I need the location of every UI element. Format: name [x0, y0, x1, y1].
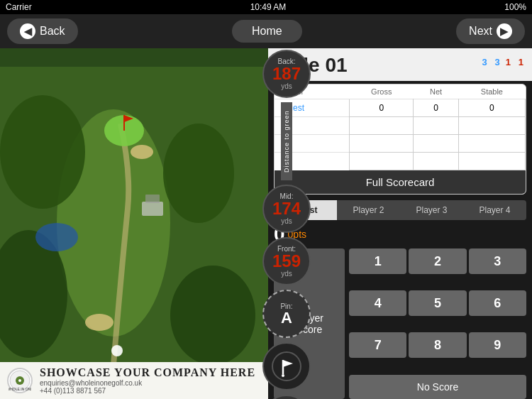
col-gross: Gross	[350, 84, 414, 99]
distance-controls: Back: 187 yds Distance to green Mid: 174…	[262, 50, 311, 399]
back-button[interactable]: ◀ Back	[7, 18, 78, 44]
pin-bubble: Pin: A	[262, 290, 311, 338]
scorecard-header: Player Gross Net Stable	[275, 84, 526, 99]
no-score-button[interactable]: No Score	[349, 375, 526, 399]
key-2[interactable]: 2	[409, 248, 466, 274]
company-name: SHOWCASE YOUR COMPANY HERE	[40, 366, 255, 379]
tab-player4[interactable]: Player 4	[463, 200, 526, 220]
front-distance-bubble: Front: 159 yds	[262, 237, 311, 285]
player-tabs: Guest Player 2 Player 3 Player 4	[274, 200, 526, 220]
back-label: Back	[40, 25, 65, 38]
company-contact: enquiries@wholeinonegolf.co.uk +44 (0)11…	[40, 379, 255, 395]
red-score-2: 1	[519, 57, 523, 67]
svg-point-18	[18, 379, 21, 382]
tab-player3[interactable]: Player 3	[400, 200, 463, 220]
stable-cell	[458, 117, 525, 135]
nav-bar: ◀ Back Home Next ▶	[0, 14, 532, 48]
time-label: 10:49 AM	[250, 2, 287, 12]
svg-point-23	[282, 374, 284, 377]
next-arrow-icon: ▶	[497, 23, 512, 39]
company-banner: WHOLE IN ONE SHOWCASE YOUR COMPANY HERE …	[0, 362, 268, 399]
svg-point-3	[163, 124, 234, 223]
net-cell	[414, 153, 458, 170]
table-row	[275, 135, 526, 153]
mid-distance-unit: yds	[281, 217, 292, 225]
pin-value: A	[281, 310, 292, 326]
net-cell	[414, 135, 458, 153]
key-7[interactable]: 7	[349, 332, 406, 358]
company-logo: WHOLE IN ONE	[7, 368, 33, 393]
flag-icon	[272, 351, 301, 381]
gross-cell	[350, 135, 414, 153]
back-distance-unit: yds	[281, 82, 292, 90]
battery-label: 100%	[504, 2, 526, 12]
gross-cell: 0	[350, 99, 414, 117]
scorecard-body: Guest 0 0 0	[275, 99, 526, 170]
number-keypad: 1 2 3 4 5 6 7 8 9	[349, 248, 526, 372]
svg-rect-11	[145, 195, 160, 203]
mid-distance-value: 174	[272, 200, 301, 217]
gross-cell	[350, 153, 414, 170]
svg-point-7	[131, 145, 153, 159]
home-label: Home	[252, 25, 282, 37]
svg-point-6	[85, 314, 113, 331]
tab-player2[interactable]: Player 2	[337, 200, 400, 220]
home-button[interactable]: Home	[232, 20, 302, 43]
red-score-1: 1	[506, 57, 511, 67]
main-content: WHOLE IN ONE SHOWCASE YOUR COMPANY HERE …	[0, 48, 532, 399]
table-row	[275, 117, 526, 135]
back-distance-bubble: Back: 187 yds	[262, 50, 311, 98]
front-distance-value: 159	[272, 253, 301, 270]
svg-point-8	[35, 223, 78, 251]
svg-point-12	[111, 345, 123, 356]
table-row	[275, 153, 526, 170]
full-scorecard-button[interactable]: Full Scorecard	[275, 170, 526, 194]
status-bar: Carrier 10:49 AM 100%	[0, 0, 532, 14]
back-arrow-icon: ◀	[20, 23, 35, 39]
key-8[interactable]: 8	[409, 332, 466, 358]
key-5[interactable]: 5	[409, 290, 466, 316]
svg-point-5	[170, 266, 255, 365]
key-9[interactable]: 9	[469, 332, 526, 358]
flag-bubble[interactable]	[262, 342, 311, 390]
company-phone: +44 (0)113 8871 567	[40, 387, 106, 395]
hole-scores: 3 3 1 1	[482, 54, 523, 67]
stable-cell	[458, 153, 525, 170]
col-net: Net	[414, 84, 458, 99]
gross-cell	[350, 117, 414, 135]
blue-score-2: 3	[494, 57, 499, 67]
keypad-area: Player Score 1 2 3 4 5 6 7 8 9 No Score	[274, 248, 526, 399]
key-6[interactable]: 6	[469, 290, 526, 316]
course-map	[0, 48, 268, 399]
carrier-label: Carrier	[6, 2, 32, 12]
map-section: WHOLE IN ONE SHOWCASE YOUR COMPANY HERE …	[0, 48, 268, 399]
key-4[interactable]: 4	[349, 290, 406, 316]
svg-point-20	[272, 352, 301, 381]
distance-to-green-label: Distance to green	[281, 102, 292, 180]
svg-text:WHOLE IN ONE: WHOLE IN ONE	[9, 387, 31, 391]
stable-cell: 0	[458, 99, 525, 117]
table-row: Guest 0 0 0	[275, 99, 526, 117]
back-distance-value: 187	[272, 65, 301, 82]
key-3[interactable]: 3	[469, 248, 526, 274]
mid-distance-bubble: Mid: 174 yds	[262, 185, 311, 233]
scorecard: Player Gross Net Stable Guest 0 0 0	[274, 84, 526, 195]
svg-rect-10	[142, 202, 163, 216]
company-text: SHOWCASE YOUR COMPANY HERE enquiries@who…	[40, 366, 255, 395]
key-1[interactable]: 1	[349, 248, 406, 274]
col-stable: Stable	[458, 84, 525, 99]
company-email: enquiries@wholeinonegolf.co.uk	[40, 379, 142, 387]
net-cell: 0	[414, 99, 458, 117]
blue-score-1: 3	[482, 57, 487, 67]
next-button[interactable]: Next ▶	[456, 18, 525, 44]
stable-cell	[458, 135, 525, 153]
next-label: Next	[469, 25, 492, 38]
front-distance-unit: yds	[281, 270, 292, 278]
svg-point-2	[0, 95, 85, 209]
net-cell	[414, 117, 458, 135]
scorecard-table: Player Gross Net Stable Guest 0 0 0	[275, 84, 526, 170]
threed-button[interactable]: 3D	[262, 395, 311, 399]
